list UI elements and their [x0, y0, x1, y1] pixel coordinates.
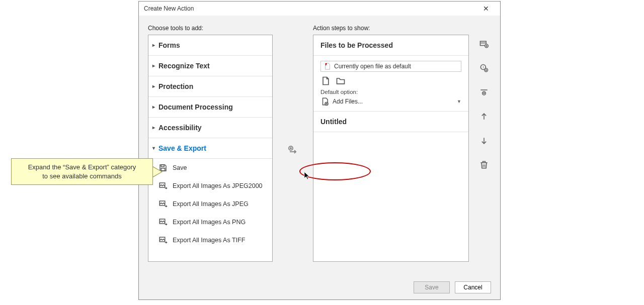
category-save-export[interactable]: ▾ Save & Export: [148, 138, 272, 159]
current-file-label: Currently open file as default: [334, 63, 411, 70]
chevron-right-icon: ▸: [152, 42, 155, 48]
tool-export-jpeg2000[interactable]: Export All Images As JPEG2000: [148, 177, 272, 195]
svg-text:i: i: [482, 65, 484, 69]
tool-label: Export All Images As TIFF: [173, 237, 245, 244]
tool-label: Export All Images As PNG: [173, 219, 246, 226]
current-open-file-row[interactable]: Currently open file as default: [320, 61, 461, 72]
files-section: Currently open file as default: [313, 56, 468, 112]
category-accessibility[interactable]: ▸ Accessibility: [148, 118, 272, 138]
callout-line1: Expand the “Save & Export” category: [28, 163, 136, 171]
tool-export-jpeg[interactable]: Export All Images As JPEG: [148, 195, 272, 213]
callout-line2: to see available commands: [42, 172, 122, 180]
move-down-icon[interactable]: [478, 135, 490, 146]
chevron-right-icon: ▸: [152, 125, 155, 130]
add-files-dropdown[interactable]: Add Files... ▼: [320, 97, 461, 106]
action-steps-panel: Files to be Processed Currently open fil…: [313, 35, 469, 262]
tool-export-tiff[interactable]: Export All Images As TIFF: [148, 231, 272, 249]
steps-label: Action steps to show:: [313, 25, 491, 32]
export-image-icon: [158, 199, 168, 209]
chevron-down-icon: ▾: [152, 145, 155, 151]
save-button[interactable]: Save: [414, 281, 450, 293]
tool-label: Export All Images As JPEG: [173, 200, 249, 208]
add-panel-icon[interactable]: [478, 39, 490, 50]
category-label: Accessibility: [158, 124, 202, 132]
dialog-title: Create New Action: [144, 5, 476, 12]
export-image-icon: [158, 181, 168, 190]
tool-label: Export All Images As JPEG2000: [173, 182, 263, 189]
default-option-label: Default option:: [320, 89, 461, 95]
category-label: Document Processing: [158, 103, 233, 111]
add-divider-icon[interactable]: [478, 87, 490, 98]
folder-icon[interactable]: [336, 76, 346, 86]
instruction-callout: Expand the “Save & Export” category to s…: [11, 158, 153, 185]
add-file-icon: [320, 97, 330, 106]
cancel-button[interactable]: Cancel: [455, 281, 491, 293]
category-label: Save & Export: [158, 144, 206, 152]
tool-label: Save: [173, 164, 187, 171]
tools-list[interactable]: ▸ Forms ▸ Recognize Text ▸ Protection ▸ …: [148, 35, 273, 262]
category-label: Recognize Text: [158, 62, 210, 70]
category-label: Forms: [158, 41, 180, 49]
titlebar: Create New Action ✕: [139, 2, 500, 16]
chevron-right-icon: ▸: [152, 63, 155, 68]
chevron-down-icon: ▼: [457, 99, 461, 104]
tool-save[interactable]: Save: [148, 159, 272, 177]
tool-export-png[interactable]: Export All Images As PNG: [148, 213, 272, 231]
untitled-step[interactable]: Untitled: [313, 112, 468, 132]
export-image-icon: [158, 236, 168, 245]
chevron-right-icon: ▸: [152, 83, 155, 89]
category-document-processing[interactable]: ▸ Document Processing: [148, 97, 272, 118]
trash-icon[interactable]: [478, 159, 490, 170]
add-files-label: Add Files...: [333, 98, 454, 105]
files-to-be-processed-header: Files to be Processed: [313, 35, 468, 56]
close-icon[interactable]: ✕: [476, 3, 496, 15]
step-action-toolbar: i: [477, 35, 491, 276]
tools-label: Choose tools to add:: [148, 25, 273, 32]
create-new-action-dialog: Create New Action ✕ Choose tools to add:…: [138, 1, 501, 300]
category-forms[interactable]: ▸ Forms: [148, 35, 272, 56]
category-protection[interactable]: ▸ Protection: [148, 76, 272, 97]
category-recognize-text[interactable]: ▸ Recognize Text: [148, 56, 272, 76]
chevron-right-icon: ▸: [152, 104, 155, 110]
pdf-icon: [324, 63, 331, 70]
export-image-icon: [158, 218, 168, 227]
add-prompt-icon[interactable]: i: [478, 63, 490, 74]
dialog-body: Choose tools to add: ▸ Forms ▸ Recognize…: [139, 16, 500, 299]
move-up-icon[interactable]: [478, 111, 490, 122]
new-file-icon[interactable]: [320, 76, 331, 86]
callout-pointer: [152, 167, 162, 177]
category-label: Protection: [158, 82, 193, 90]
add-step-icon[interactable]: [287, 144, 299, 157]
